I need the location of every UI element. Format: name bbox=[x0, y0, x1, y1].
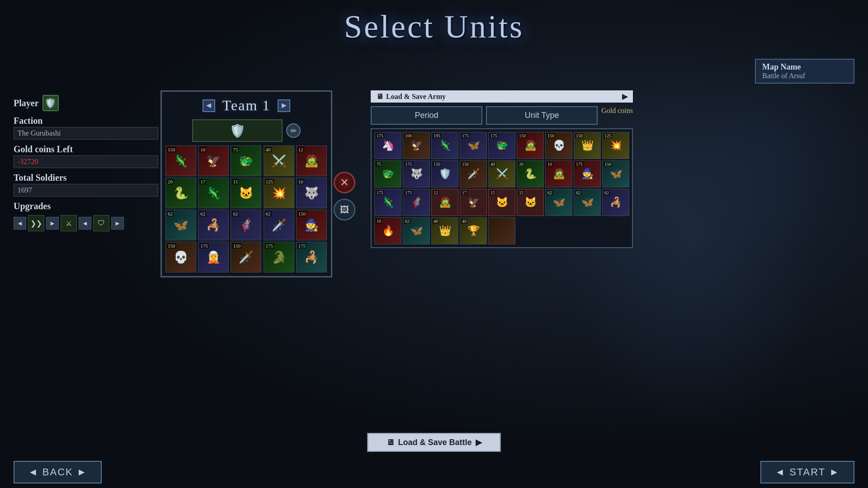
available-unit-cell[interactable]: 62🦋 bbox=[403, 217, 430, 244]
gold-row: Gold coins Left -32720 bbox=[14, 144, 158, 168]
available-unit-cell[interactable]: 10🧟 bbox=[545, 160, 572, 188]
info-btn[interactable]: 🖼 bbox=[334, 199, 355, 221]
emblem-edit-btn[interactable]: ✏ bbox=[286, 123, 301, 138]
player-label: Player 🛡️ bbox=[14, 95, 158, 111]
team-panel: ◄ Team 1 ► 🛡️ ✏ 150🦎10🦅75🐲40⚔️12🧟20🐍17🦎1… bbox=[160, 90, 332, 277]
available-unit-cell[interactable]: 175🦄 bbox=[374, 132, 401, 159]
team-unit-cell[interactable]: 40⚔️ bbox=[264, 145, 294, 176]
faction-value: The Gurubashi bbox=[14, 127, 158, 140]
team-unit-cell[interactable]: 10🐺 bbox=[296, 178, 327, 208]
available-unit-cell[interactable]: 75🐲 bbox=[374, 160, 401, 188]
upgrades-label: Upgrades bbox=[14, 201, 158, 211]
team-unit-cell[interactable]: 62🦸 bbox=[231, 210, 261, 240]
team-unit-cell[interactable]: 175🐊 bbox=[264, 242, 294, 272]
team-unit-cell[interactable]: 75🐲 bbox=[231, 145, 261, 176]
available-unit-cell[interactable]: 15🐱 bbox=[517, 189, 544, 216]
available-unit-cell[interactable]: 15🐱 bbox=[488, 189, 515, 216]
unit-type-filter-btn[interactable]: Unit Type bbox=[486, 106, 598, 125]
player-shield-icon: 🛡️ bbox=[42, 95, 59, 111]
team-unit-cell[interactable]: 10🦅 bbox=[198, 145, 229, 176]
player-row: Player 🛡️ bbox=[14, 95, 158, 111]
back-arrow-left-icon bbox=[28, 466, 39, 478]
upgrade-chevron-icon: ❯❯ bbox=[28, 215, 44, 231]
available-unit-cell[interactable]: 150🦋 bbox=[602, 160, 629, 188]
right-panel: 🖥 Load & Save Army ▶ Period Unit Type Go… bbox=[371, 90, 633, 248]
team-unit-cell[interactable]: 62🦋 bbox=[165, 210, 196, 240]
available-unit-cell[interactable]: 10🔥 bbox=[374, 217, 401, 244]
available-unit-cell[interactable]: 195🦎 bbox=[431, 132, 458, 159]
period-filter-btn[interactable]: Period bbox=[371, 106, 482, 125]
upgrade-sword-icon: ⚔ bbox=[61, 215, 77, 231]
team-name: Team 1 bbox=[222, 97, 271, 114]
load-save-battle-btn[interactable]: 🖥 Load & Save Battle ▶ bbox=[367, 433, 500, 452]
available-unit-cell[interactable]: 62🦋 bbox=[545, 189, 572, 216]
upgrade-controls: ◄ ❯❯ ► ⚔ ◄ 🛡 ► bbox=[14, 215, 158, 231]
available-unit-cell[interactable]: 150🗡️ bbox=[460, 160, 487, 188]
map-name-box: Map Name Battle of Arsuf bbox=[755, 59, 854, 84]
available-unit-cell[interactable]: 175🦋 bbox=[460, 132, 487, 159]
bottom-nav: BACK START bbox=[0, 461, 868, 483]
available-unit-cell[interactable]: 17🦅 bbox=[460, 189, 487, 216]
team-unit-cell[interactable]: 62🦂 bbox=[198, 210, 229, 240]
team-next-btn[interactable]: ► bbox=[278, 99, 290, 112]
start-btn[interactable]: START bbox=[760, 461, 854, 483]
available-unit-grid: 175🦄100🦅195🦎175🦋175🐲150🧟150💀150👑125💥75🐲1… bbox=[371, 128, 633, 248]
team-unit-cell[interactable]: 150🦎 bbox=[165, 145, 196, 176]
available-unit-cell[interactable]: 175🦎 bbox=[374, 189, 401, 216]
gold-coins-header: Gold coins bbox=[601, 106, 633, 125]
available-unit-cell[interactable] bbox=[488, 217, 515, 244]
faction-label: Faction bbox=[14, 116, 158, 126]
available-unit-cell[interactable]: 150💀 bbox=[545, 132, 572, 159]
load-save-army-btn[interactable]: 🖥 Load & Save Army ▶ bbox=[371, 90, 633, 103]
upgrade-shield-icon: 🛡 bbox=[93, 215, 109, 231]
available-unit-cell[interactable]: 175🧙 bbox=[574, 160, 601, 188]
available-unit-cell[interactable]: 40🏆 bbox=[460, 217, 487, 244]
available-unit-cell[interactable]: 20🐍 bbox=[517, 160, 544, 188]
upgrade-next-btn[interactable]: ► bbox=[46, 217, 59, 230]
available-unit-cell[interactable]: 40⚔️ bbox=[488, 160, 515, 188]
team-unit-cell[interactable]: 150🧙 bbox=[296, 210, 327, 240]
bottom-bar: 🖥 Load & Save Battle ▶ bbox=[367, 433, 500, 452]
map-name-label: Map Name bbox=[762, 62, 847, 72]
team-prev-btn[interactable]: ◄ bbox=[203, 99, 215, 112]
team-unit-cell[interactable]: 150🗡️ bbox=[231, 242, 261, 272]
team-unit-cell[interactable]: 175🧝 bbox=[198, 242, 229, 272]
team-unit-cell[interactable]: 12🧟 bbox=[296, 145, 327, 176]
available-unit-cell[interactable]: 150🛡️ bbox=[431, 160, 458, 188]
team-unit-cell[interactable]: 125💥 bbox=[264, 178, 294, 208]
team-emblem: 🛡️ bbox=[192, 119, 283, 142]
map-name-value: Battle of Arsuf bbox=[762, 72, 847, 80]
gold-label: Gold coins Left bbox=[14, 144, 158, 155]
left-panel: Player 🛡️ Faction The Gurubashi Gold coi… bbox=[14, 95, 158, 236]
available-unit-cell[interactable]: 62🦋 bbox=[574, 189, 601, 216]
gold-value: -32720 bbox=[14, 155, 158, 168]
remove-unit-btn[interactable]: ✕ bbox=[334, 172, 355, 193]
upgrade-shield-next-btn[interactable]: ► bbox=[111, 217, 124, 230]
available-unit-cell[interactable]: 62🦂 bbox=[602, 189, 629, 216]
transfer-buttons: ✕ 🖼 bbox=[334, 172, 355, 221]
available-unit-cell[interactable]: 175🦸 bbox=[403, 189, 430, 216]
available-unit-cell[interactable]: 150🧟 bbox=[517, 132, 544, 159]
team-unit-cell[interactable]: 20🐍 bbox=[165, 178, 196, 208]
upgrade-sword-prev-btn[interactable]: ◄ bbox=[79, 217, 91, 230]
back-btn[interactable]: BACK bbox=[14, 461, 102, 483]
back-arrow-right-icon bbox=[77, 466, 88, 478]
available-unit-cell[interactable]: 125💥 bbox=[602, 132, 629, 159]
available-unit-cell[interactable]: 100🦅 bbox=[403, 132, 430, 159]
team-unit-cell[interactable]: 150💀 bbox=[165, 242, 196, 272]
team-unit-cell[interactable]: 15🐱 bbox=[231, 178, 261, 208]
page-title: Select Units bbox=[0, 0, 868, 46]
upgrade-prev-btn[interactable]: ◄ bbox=[14, 217, 26, 230]
available-unit-cell[interactable]: 40👑 bbox=[431, 217, 458, 244]
faction-row: Faction The Gurubashi bbox=[14, 116, 158, 140]
soldiers-row: Total Soldiers 1697 bbox=[14, 173, 158, 197]
team-unit-cell[interactable]: 175🦂 bbox=[296, 242, 327, 272]
available-unit-cell[interactable]: 150👑 bbox=[574, 132, 601, 159]
filter-row: Period Unit Type Gold coins bbox=[371, 106, 633, 125]
available-unit-cell[interactable]: 175🐲 bbox=[488, 132, 515, 159]
team-unit-cell[interactable]: 62🗡️ bbox=[264, 210, 294, 240]
team-unit-cell[interactable]: 17🦎 bbox=[198, 178, 229, 208]
available-unit-cell[interactable]: 12🧟 bbox=[431, 189, 458, 216]
available-unit-cell[interactable]: 175🐺 bbox=[403, 160, 430, 188]
team-unit-grid: 150🦎10🦅75🐲40⚔️12🧟20🐍17🦎15🐱125💥10🐺62🦋62🦂6… bbox=[165, 145, 327, 272]
